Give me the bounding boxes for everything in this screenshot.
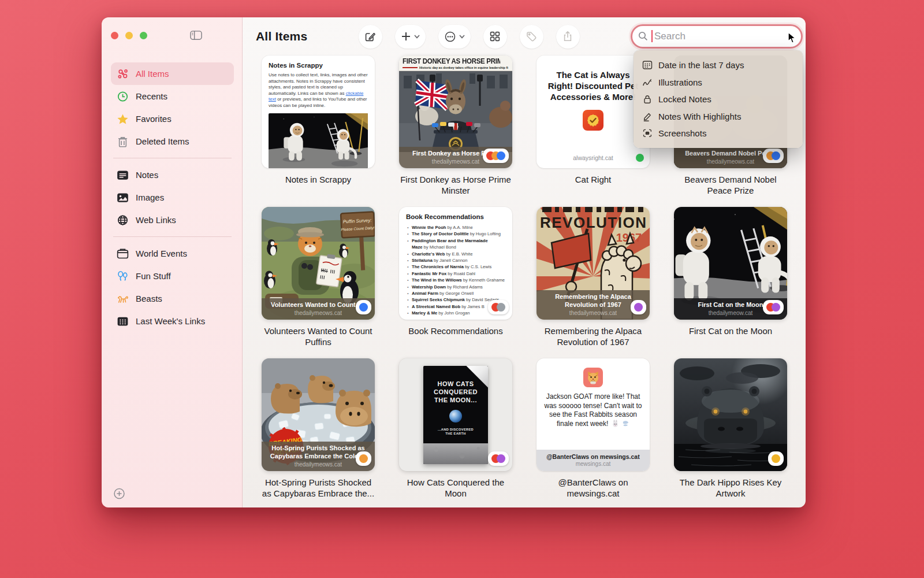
card-banterclaws[interactable]: Jackson GOAT more like! That was sooooo … — [536, 358, 650, 471]
gallery-view-button[interactable] — [483, 25, 507, 49]
sidebar-item-deleted-items[interactable]: Deleted Items — [111, 130, 234, 153]
sidebar-divider — [113, 158, 232, 158]
scribble-icon — [642, 77, 653, 87]
card-caption: The Dark Hippo Rises Key Artwork — [674, 477, 787, 499]
star-icon — [117, 113, 129, 125]
filter-locked-notes[interactable]: Locked Notes — [634, 91, 803, 108]
list-item: The Chronicles of Narniaby C.S. Lewis — [406, 264, 505, 270]
sidebar-item-web-links[interactable]: Web Links — [111, 209, 234, 231]
card-caption: @BanterClaws on mewsings.cat — [536, 477, 650, 499]
card-caption: Cat Right — [536, 174, 650, 196]
card-notes-in-scrappy[interactable]: Notes in Scrappy Use notes to collect te… — [262, 55, 375, 168]
grid-view-icon — [489, 31, 501, 42]
tag-colors-badge — [356, 300, 371, 314]
card-how-cats[interactable]: HOW CATS CONQUERED THE MOON... ...AND DI… — [399, 358, 512, 471]
tag-dot — [497, 151, 505, 160]
list-title: Book Recommendations — [406, 213, 505, 220]
sidebar-item-label: Deleted Items — [136, 136, 189, 146]
grid-cell: First Cat on the Moon thedailymeow.cat F… — [674, 207, 787, 347]
compose-button[interactable] — [359, 25, 382, 49]
tag-colors-badge — [356, 451, 371, 466]
highlighter-icon — [642, 112, 653, 121]
moon-cats-illustration — [269, 113, 368, 168]
rabbit-emoji-icon — [612, 420, 619, 427]
ellipsis-circle-icon — [444, 31, 456, 43]
card-first-cat-moon[interactable]: First Cat on the Moon thedailymeow.cat — [674, 207, 787, 320]
sidebar-nav: All Items Recents Favorites Deleted Item… — [111, 62, 234, 332]
card-dark-hippo[interactable] — [674, 358, 787, 471]
sidebar-item-label: Web Links — [136, 215, 176, 225]
card-book-recommendations[interactable]: Book Recommendations Winnie the Poohby A… — [399, 207, 512, 320]
mouse-cursor — [788, 32, 799, 45]
card-alpaca-revolution[interactable]: REVOLUTION 1967 — [536, 207, 650, 320]
sidebar-item-favorites[interactable]: Favorites — [111, 108, 234, 130]
card-capybaras[interactable]: BREAKING NEWS! Hot-Spring Purists Shocke… — [262, 358, 375, 471]
sidebar-item-recents[interactable]: Recents — [111, 85, 234, 108]
filter-screenshots[interactable]: Screenshots — [634, 125, 803, 142]
tag-dot — [497, 454, 505, 463]
sidebar-divider — [113, 236, 232, 237]
grid-cell: REVOLUTION 1967 — [536, 207, 650, 347]
search-field[interactable] — [631, 24, 803, 49]
overlay-title: Hot-Spring Purists Shocked as Capybaras … — [269, 444, 367, 460]
ad-headline: The Cat is Always Right! Discounted Pet … — [545, 69, 642, 102]
card-first-donkey[interactable]: FIRST DONKEY AS HORSE PRIME M Historic d… — [399, 55, 512, 168]
sidebar-item-label: Beasts — [136, 294, 162, 303]
sidebar-item-world-events[interactable]: World Events — [111, 242, 234, 265]
main-area: All Items — [243, 17, 806, 507]
balloons-icon — [117, 271, 129, 282]
sidebar-item-label: Recents — [136, 91, 167, 101]
grid-cell: Puffin Survey: Please Count Daily! — [262, 207, 375, 347]
post-footer: @BanterClaws on mewsings.cat mewsings.ca… — [536, 450, 650, 471]
note-text: or previews, and links to YouTube and ot… — [269, 97, 367, 108]
sidebar-item-label: Last Week's Links — [136, 316, 205, 326]
sidebar-item-all-items[interactable]: All Items — [111, 62, 234, 85]
share-button[interactable] — [556, 25, 580, 49]
lock-icon — [642, 94, 653, 104]
calendar-icon — [642, 60, 653, 70]
grid-cell: Notes in Scrappy Use notes to collect te… — [262, 55, 375, 196]
search-input[interactable] — [631, 24, 803, 49]
clock-icon — [117, 91, 129, 102]
add-collection-button[interactable] — [113, 488, 125, 499]
tag-colors-badge — [488, 300, 509, 314]
globe-icon — [117, 214, 129, 226]
card-puffins[interactable]: Puffin Survey: Please Count Daily! — [262, 207, 375, 320]
add-item-button[interactable] — [395, 25, 426, 49]
filter-illustrations[interactable]: Illustrations — [634, 74, 803, 91]
grid-cell: Jackson GOAT more like! That was sooooo … — [536, 358, 650, 499]
note-body: Use notes to collect text, links, images… — [269, 72, 368, 109]
tag-colors-badge — [768, 451, 784, 466]
zoom-window-button[interactable] — [140, 32, 147, 39]
sidebar-item-images[interactable]: Images — [111, 186, 234, 209]
tag-button[interactable] — [520, 25, 543, 49]
card-caption: Remembering the Alpaca Revolution of 196… — [536, 325, 650, 347]
sidebar-item-last-weeks-links[interactable]: Last Week's Links — [111, 310, 234, 332]
sidebar-item-notes[interactable]: Notes — [111, 164, 234, 186]
card-cat-right[interactable]: The Cat is Always Right! Discounted Pet … — [536, 55, 650, 168]
book-cover: HOW CATS CONQUERED THE MOON... ...AND DI… — [423, 366, 488, 464]
filter-date-last-7-days[interactable]: Date in the last 7 days — [634, 57, 803, 74]
overlay-domain: thedailymeows.cat — [267, 461, 369, 468]
book-title: HOW CATS CONQUERED THE MOON... — [429, 380, 482, 404]
tag-dot — [772, 303, 780, 312]
book-subtitle: ...AND DISCOVERED THE EARTH — [435, 428, 476, 436]
minimize-window-button[interactable] — [125, 32, 133, 39]
filter-notes-with-highlights[interactable]: Notes With Highlights — [634, 108, 803, 125]
more-actions-button[interactable] — [438, 25, 471, 49]
sidebar-item-label: World Events — [136, 249, 187, 258]
toggle-sidebar-icon[interactable] — [190, 29, 202, 41]
tag-dot — [497, 303, 505, 312]
list-item: Winnie the Poohby A.A. Milne — [406, 224, 505, 231]
sidebar-item-fun-stuff[interactable]: Fun Stuff — [111, 265, 234, 287]
grid-cell: BREAKING NEWS! Hot-Spring Purists Shocke… — [262, 358, 375, 499]
list-item: The Wind in the Willowsby Kenneth Graham… — [406, 277, 505, 283]
green-tag-dot — [636, 154, 644, 162]
note-title: Notes in Scrappy — [269, 62, 368, 69]
donkey-press-illustration — [399, 71, 512, 152]
grid-cell: The Cat is Always Right! Discounted Pet … — [536, 55, 650, 196]
close-window-button[interactable] — [111, 32, 118, 39]
list-item: Stellalunaby Janell Cannon — [406, 257, 505, 264]
overlay-domain: thedailymeows.cat — [267, 310, 369, 316]
sidebar-item-beasts[interactable]: Beasts — [111, 287, 234, 310]
